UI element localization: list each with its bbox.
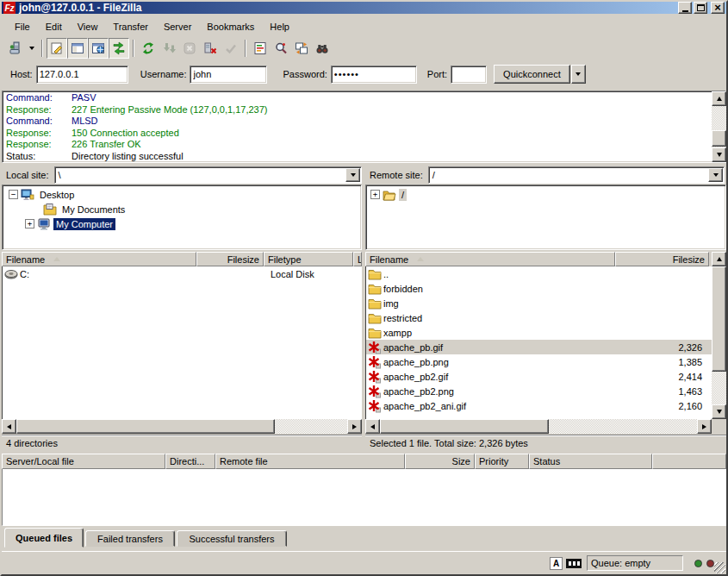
tree-item-my-computer[interactable]: My Computer (3, 216, 361, 231)
remote-file-row[interactable]: apache_pb.png 1,385 (366, 354, 712, 369)
remote-file-row[interactable]: img (366, 296, 712, 310)
find-files-button[interactable] (312, 38, 333, 59)
remote-column-filename[interactable]: Filename (365, 252, 615, 266)
tab-queued-files[interactable]: Queued files (4, 528, 84, 548)
scroll-down-button[interactable] (712, 147, 726, 162)
tree-item-my-documents[interactable]: My Documents (3, 202, 361, 216)
local-hscrollbar[interactable] (2, 419, 362, 434)
local-file-list[interactable]: C: Local Disk (2, 266, 362, 419)
remote-tree[interactable]: / (365, 185, 726, 250)
toggle-message-log-button[interactable] (47, 38, 67, 59)
scrollbar-thumb[interactable] (380, 419, 549, 434)
tab-failed-transfers[interactable]: Failed transfers (85, 530, 175, 547)
menu-bookmarks[interactable]: Bookmarks (199, 20, 262, 34)
reconnect-button[interactable] (221, 38, 241, 59)
arrow-up-icon (717, 257, 722, 261)
port-input[interactable] (451, 66, 487, 84)
queue-column-status[interactable]: Status (529, 454, 652, 469)
scroll-up-button[interactable] (712, 91, 726, 106)
toolbar-separator (245, 40, 246, 57)
remote-file-row-selected[interactable]: apache_pb.gif 2,326 (366, 340, 712, 354)
scrollbar-thumb[interactable] (16, 419, 275, 434)
remote-vscrollbar[interactable] (712, 252, 726, 419)
toggle-queue-button[interactable] (109, 38, 129, 59)
toggle-remote-tree-button[interactable] (88, 38, 109, 59)
scroll-down-button[interactable] (712, 404, 726, 419)
process-queue-button[interactable] (159, 38, 179, 59)
minimize-button[interactable] (678, 2, 692, 14)
remote-file-row[interactable]: apache_pb2_ani.gif 2,160 (366, 398, 712, 413)
directory-comparison-button[interactable] (271, 38, 291, 59)
queue-column-priority[interactable]: Priority (475, 454, 529, 469)
local-column-filesize[interactable]: Filesize (196, 252, 264, 266)
maximize-button[interactable] (694, 2, 707, 14)
refresh-button[interactable] (138, 38, 159, 59)
synchronized-browsing-button[interactable] (291, 38, 312, 59)
window-title: john@127.0.0.1 - FileZilla (19, 2, 676, 14)
menu-file[interactable]: File (7, 20, 38, 34)
message-log[interactable]: Command:PASV Response:227 Entering Passi… (2, 91, 726, 163)
cancel-button[interactable] (179, 38, 200, 59)
remote-column-filesize[interactable]: Filesize (615, 252, 709, 266)
remote-file-row[interactable]: forbidden (366, 281, 712, 296)
menu-view[interactable]: View (70, 20, 106, 34)
local-column-last-modified[interactable]: L (353, 252, 362, 266)
remote-file-row[interactable]: apache_pb2.gif 2,414 (366, 369, 712, 384)
close-button[interactable] (711, 2, 725, 14)
scroll-left-button[interactable] (2, 419, 16, 434)
remote-file-row[interactable]: apache_pb2.png 1,463 (366, 384, 712, 398)
arrow-up-icon (717, 97, 722, 101)
queue-body[interactable] (2, 469, 726, 526)
quickconnect-dropdown[interactable] (571, 65, 586, 84)
remote-site-bar: Remote site: / (367, 166, 725, 184)
password-input[interactable] (331, 66, 417, 84)
queue-column-size[interactable]: Size (405, 454, 475, 469)
title-bar[interactable]: Fz john@127.0.0.1 - FileZilla (2, 2, 726, 14)
local-site-dropdown[interactable] (345, 168, 360, 182)
remote-file-row[interactable]: restricted (366, 310, 712, 325)
site-manager-button[interactable] (5, 38, 26, 59)
local-column-filename[interactable]: Filename (2, 252, 196, 266)
tree-item-desktop[interactable]: Desktop (3, 187, 361, 202)
remote-site-combobox[interactable]: / (428, 166, 725, 184)
scroll-left-button[interactable] (365, 419, 380, 434)
menu-transfer[interactable]: Transfer (105, 20, 156, 34)
tab-successful-transfers[interactable]: Successful transfers (177, 530, 287, 547)
menu-edit[interactable]: Edit (38, 20, 70, 34)
local-tree[interactable]: Desktop My Documents My Computer (2, 185, 362, 250)
site-manager-dropdown[interactable] (26, 38, 38, 59)
tree-item-root[interactable]: / (366, 187, 725, 202)
host-input[interactable] (36, 66, 128, 84)
remote-file-name: forbidden (383, 284, 423, 294)
quickconnect-button[interactable]: Quickconnect (494, 65, 570, 84)
local-site-bar: Local site: \ (3, 166, 362, 184)
filter-button[interactable] (250, 38, 271, 59)
log-scrollbar[interactable] (712, 91, 726, 162)
local-column-filetype[interactable]: Filetype (264, 252, 353, 266)
remote-hscrollbar[interactable] (365, 419, 712, 434)
collapse-icon[interactable] (9, 190, 18, 199)
local-site-combobox[interactable]: \ (54, 166, 362, 184)
queue-column-direction[interactable]: Directi... (165, 454, 215, 469)
toggle-local-tree-button[interactable] (67, 38, 88, 59)
expand-icon[interactable] (370, 190, 380, 199)
scroll-up-button[interactable] (712, 252, 726, 266)
scroll-right-button[interactable] (347, 419, 362, 434)
remote-site-dropdown[interactable] (708, 168, 723, 182)
expand-icon[interactable] (25, 219, 34, 229)
scrollbar-thumb[interactable] (712, 130, 726, 147)
scroll-right-button[interactable] (697, 419, 712, 434)
resize-grip[interactable] (714, 562, 725, 573)
queue-column-server-local-file[interactable]: Server/Local file (2, 454, 165, 469)
disconnect-button[interactable] (200, 38, 221, 59)
username-input[interactable] (190, 66, 267, 84)
menu-server[interactable]: Server (156, 20, 199, 34)
local-file-row[interactable]: C: Local Disk (3, 266, 362, 281)
queue-column-remote-file[interactable]: Remote file (215, 454, 405, 469)
scrollbar-thumb[interactable] (712, 266, 726, 372)
tree-item-label: My Computer (53, 218, 115, 230)
remote-file-list[interactable]: .. forbidden img restricted xampp apache… (365, 266, 712, 419)
menu-help[interactable]: Help (262, 20, 297, 34)
remote-file-row[interactable]: xampp (366, 325, 712, 340)
remote-file-row[interactable]: .. (366, 266, 712, 281)
